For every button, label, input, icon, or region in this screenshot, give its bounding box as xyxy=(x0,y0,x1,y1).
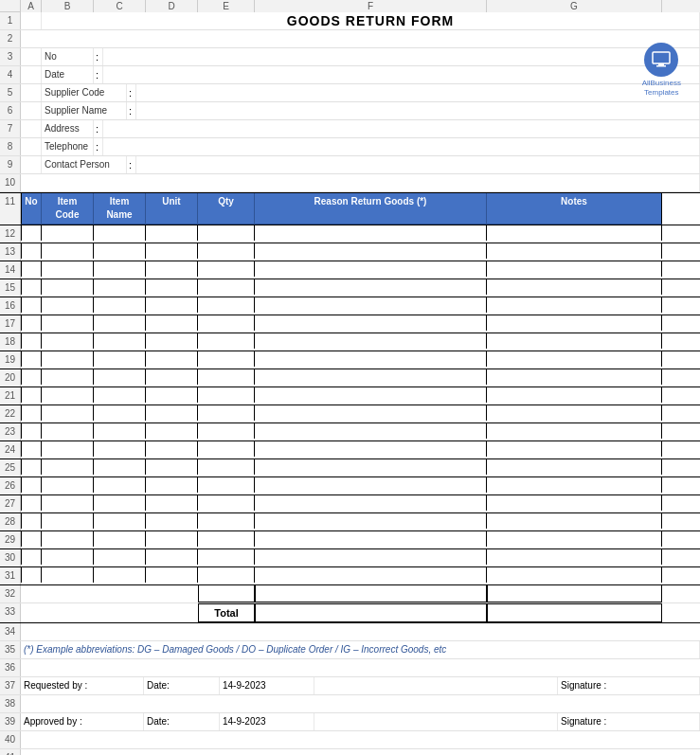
cell-unit-26[interactable] xyxy=(146,477,198,493)
cell-qty-12[interactable] xyxy=(198,225,255,241)
cell-reason-26[interactable] xyxy=(255,477,487,493)
cell-notes-26[interactable] xyxy=(487,477,662,493)
cell-item-name-28[interactable] xyxy=(94,513,146,529)
cell-no-23[interactable] xyxy=(21,423,42,439)
cell-unit-20[interactable] xyxy=(146,369,198,385)
cell-qty-30[interactable] xyxy=(198,549,255,565)
cell-item-code-15[interactable] xyxy=(42,279,94,295)
cell-no-26[interactable] xyxy=(21,477,42,493)
cell-item-name-21[interactable] xyxy=(94,387,146,403)
cell-item-code-25[interactable] xyxy=(42,459,94,475)
cell-no-22[interactable] xyxy=(21,405,42,421)
cell-unit-15[interactable] xyxy=(146,279,198,295)
no-value[interactable] xyxy=(103,48,700,65)
cell-item-code-21[interactable] xyxy=(42,387,94,403)
cell-qty-28[interactable] xyxy=(198,513,255,529)
cell-item-code-28[interactable] xyxy=(42,513,94,529)
cell-reason-28[interactable] xyxy=(255,513,487,529)
cell-reason-29[interactable] xyxy=(255,531,487,547)
date-value[interactable] xyxy=(103,66,700,83)
cell-unit-12[interactable] xyxy=(146,225,198,241)
cell-notes-15[interactable] xyxy=(487,279,662,295)
cell-item-name-19[interactable] xyxy=(94,351,146,367)
cell-reason-19[interactable] xyxy=(255,351,487,367)
cell-unit-22[interactable] xyxy=(146,405,198,421)
cell-no-20[interactable] xyxy=(21,369,42,385)
cell-qty-16[interactable] xyxy=(198,297,255,313)
cell-item-code-16[interactable] xyxy=(42,297,94,313)
cell-item-code-29[interactable] xyxy=(42,531,94,547)
cell-notes-22[interactable] xyxy=(487,405,662,421)
cell-notes-21[interactable] xyxy=(487,387,662,403)
cell-no-17[interactable] xyxy=(21,315,42,331)
cell-reason-24[interactable] xyxy=(255,441,487,457)
cell-notes-31[interactable] xyxy=(487,567,662,583)
cell-reason-21[interactable] xyxy=(255,387,487,403)
cell-notes-18[interactable] xyxy=(487,333,662,349)
cell-qty-24[interactable] xyxy=(198,441,255,457)
cell-item-code-27[interactable] xyxy=(42,495,94,511)
cell-qty-25[interactable] xyxy=(198,459,255,475)
cell-reason-14[interactable] xyxy=(255,261,487,277)
cell-qty-31[interactable] xyxy=(198,567,255,583)
cell-item-code-22[interactable] xyxy=(42,405,94,421)
cell-qty-27[interactable] xyxy=(198,495,255,511)
cell-item-name-22[interactable] xyxy=(94,405,146,421)
cell-item-name-25[interactable] xyxy=(94,459,146,475)
cell-notes-24[interactable] xyxy=(487,441,662,457)
cell-unit-17[interactable] xyxy=(146,315,198,331)
cell-item-name-13[interactable] xyxy=(94,243,146,259)
cell-qty-14[interactable] xyxy=(198,261,255,277)
cell-reason-25[interactable] xyxy=(255,459,487,475)
cell-reason-18[interactable] xyxy=(255,333,487,349)
cell-item-code-14[interactable] xyxy=(42,261,94,277)
cell-item-name-29[interactable] xyxy=(94,531,146,547)
cell-notes-27[interactable] xyxy=(487,495,662,511)
cell-no-19[interactable] xyxy=(21,351,42,367)
cell-no-12[interactable] xyxy=(21,225,42,241)
cell-no-24[interactable] xyxy=(21,441,42,457)
cell-unit-27[interactable] xyxy=(146,495,198,511)
cell-reason-17[interactable] xyxy=(255,315,487,331)
cell-qty-17[interactable] xyxy=(198,315,255,331)
cell-notes-16[interactable] xyxy=(487,297,662,313)
cell-item-name-16[interactable] xyxy=(94,297,146,313)
cell-item-name-20[interactable] xyxy=(94,369,146,385)
cell-unit-31[interactable] xyxy=(146,567,198,583)
cell-unit-18[interactable] xyxy=(146,333,198,349)
cell-notes-14[interactable] xyxy=(487,261,662,277)
cell-item-name-15[interactable] xyxy=(94,279,146,295)
cell-notes-19[interactable] xyxy=(487,351,662,367)
cell-notes-17[interactable] xyxy=(487,315,662,331)
cell-item-code-31[interactable] xyxy=(42,567,94,583)
cell-no-16[interactable] xyxy=(21,297,42,313)
cell-reason-22[interactable] xyxy=(255,405,487,421)
cell-unit-14[interactable] xyxy=(146,261,198,277)
cell-qty-29[interactable] xyxy=(198,531,255,547)
cell-unit-13[interactable] xyxy=(146,243,198,259)
cell-qty-18[interactable] xyxy=(198,333,255,349)
cell-item-name-24[interactable] xyxy=(94,441,146,457)
cell-no-27[interactable] xyxy=(21,495,42,511)
cell-reason-13[interactable] xyxy=(255,243,487,259)
cell-notes-25[interactable] xyxy=(487,459,662,475)
cell-item-name-14[interactable] xyxy=(94,261,146,277)
cell-no-25[interactable] xyxy=(21,459,42,475)
cell-qty-15[interactable] xyxy=(198,279,255,295)
cell-unit-21[interactable] xyxy=(146,387,198,403)
address-value[interactable] xyxy=(103,120,700,137)
cell-no-15[interactable] xyxy=(21,279,42,295)
cell-no-29[interactable] xyxy=(21,531,42,547)
contact-person-value[interactable] xyxy=(136,156,700,173)
cell-qty-20[interactable] xyxy=(198,369,255,385)
cell-item-code-24[interactable] xyxy=(42,441,94,457)
cell-unit-25[interactable] xyxy=(146,459,198,475)
cell-item-name-23[interactable] xyxy=(94,423,146,439)
cell-no-30[interactable] xyxy=(21,549,42,565)
cell-no-21[interactable] xyxy=(21,387,42,403)
cell-reason-16[interactable] xyxy=(255,297,487,313)
cell-item-name-30[interactable] xyxy=(94,549,146,565)
cell-reason-30[interactable] xyxy=(255,549,487,565)
cell-unit-29[interactable] xyxy=(146,531,198,547)
cell-no-18[interactable] xyxy=(21,333,42,349)
